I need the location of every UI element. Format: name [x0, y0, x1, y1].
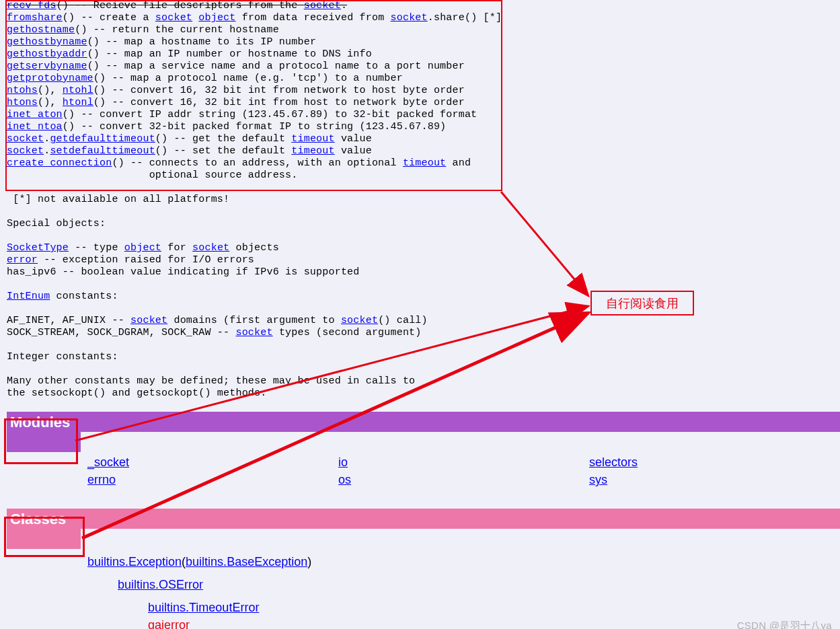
link-setdefaulttimeout[interactable]: setdefaulttimeout — [50, 145, 155, 157]
link-socket-3[interactable]: socket — [391, 12, 428, 24]
link-htons[interactable]: htons — [7, 97, 38, 108]
link-socket-1[interactable]: socket — [304, 0, 341, 11]
link-inet-aton[interactable]: inet_aton — [7, 109, 63, 120]
link-gaierror[interactable]: gaierror — [148, 618, 190, 629]
link-socket-2[interactable]: socket — [155, 12, 192, 24]
link-timeout-2[interactable]: timeout — [291, 145, 334, 157]
link-timeout-3[interactable]: timeout — [403, 157, 446, 169]
link-module-errno[interactable]: errno — [87, 473, 116, 486]
link-module-selectors[interactable]: selectors — [589, 455, 638, 469]
link-module-sys[interactable]: sys — [589, 473, 607, 486]
link-gethostname[interactable]: gethostname — [7, 24, 75, 36]
link-socket-6[interactable]: socket — [192, 242, 229, 254]
modules-list: _socket errno io os selectors sys — [0, 452, 840, 509]
help-text-block: recv_fds() -- Recieve file descriptors f… — [0, 0, 840, 400]
annotation-callout: 自行阅读食用 — [590, 291, 694, 316]
page-root: recv_fds() -- Recieve file descriptors f… — [0, 0, 840, 629]
classes-list: builtins.Exception(builtins.BaseExceptio… — [0, 549, 840, 629]
link-builtins-baseexception[interactable]: builtins.BaseException — [186, 555, 307, 568]
link-builtins-oserror[interactable]: builtins.OSError — [118, 578, 203, 591]
link-module-socket[interactable]: _socket — [87, 455, 129, 469]
link-htonl[interactable]: htonl — [63, 97, 93, 108]
link-socket-9[interactable]: socket — [235, 327, 272, 338]
link-module-os[interactable]: os — [338, 473, 351, 486]
link-gethostbyaddr[interactable]: gethostbyaddr — [7, 48, 87, 60]
link-sockettype[interactable]: SocketType — [7, 242, 69, 254]
link-error[interactable]: error — [7, 254, 38, 266]
link-module-io[interactable]: io — [338, 455, 348, 469]
link-socket-5[interactable]: socket — [7, 145, 44, 157]
link-getdefaulttimeout[interactable]: getdefaulttimeout — [50, 133, 155, 145]
link-fromshare[interactable]: fromshare — [7, 12, 63, 24]
link-inet-ntoa[interactable]: inet_ntoa — [7, 121, 63, 133]
link-ntohs[interactable]: ntohs — [7, 85, 38, 96]
link-builtins-exception[interactable]: builtins.Exception — [87, 555, 182, 568]
section-title-classes: Classes — [10, 511, 66, 528]
link-getservbyname[interactable]: getservbyname — [7, 61, 87, 72]
link-intenum[interactable]: IntEnum — [7, 291, 50, 302]
link-gethostbyname[interactable]: gethostbyname — [7, 36, 87, 48]
watermark: CSDN @是羽十八ya — [737, 620, 832, 629]
section-title-modules: Modules — [10, 414, 70, 431]
link-object-2[interactable]: object — [124, 242, 161, 254]
link-timeout-1[interactable]: timeout — [291, 133, 334, 145]
section-header-classes: Classes — [0, 509, 840, 549]
link-ntohl[interactable]: ntohl — [63, 85, 93, 96]
link-socket-7[interactable]: socket — [130, 315, 167, 326]
link-socket-8[interactable]: socket — [341, 315, 378, 326]
link-recv-fds[interactable]: recv_fds — [7, 0, 56, 11]
link-socket-4[interactable]: socket — [7, 133, 44, 145]
link-getprotobyname[interactable]: getprotobyname — [7, 73, 93, 84]
link-builtins-timeouterror[interactable]: builtins.TimeoutError — [148, 601, 259, 614]
link-object-1[interactable]: object — [198, 12, 235, 24]
link-create-connection[interactable]: create_connection — [7, 157, 112, 169]
section-header-modules: Modules — [0, 412, 840, 452]
